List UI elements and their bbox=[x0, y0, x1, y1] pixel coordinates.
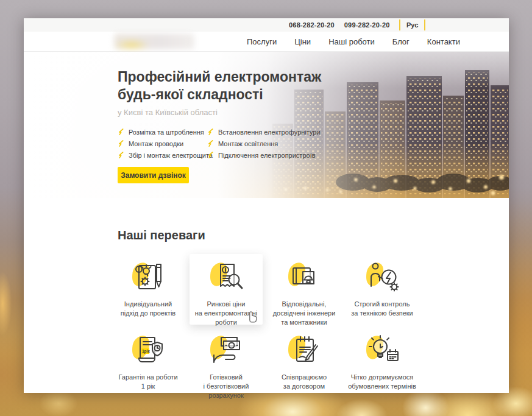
deadline-icon bbox=[366, 336, 398, 361]
advantage-card-5[interactable]: 1рік Гарантія на роботи 1 рік bbox=[112, 327, 185, 398]
advantage-caption: Співпрацюємо за договором bbox=[268, 373, 341, 391]
price-icon bbox=[210, 263, 242, 288]
lightning-bolt-icon bbox=[118, 129, 124, 135]
feature-item: Встановлення електрофурнітури bbox=[207, 126, 321, 138]
feature-item: Монтаж проводки bbox=[118, 138, 207, 149]
feature-list: Розмітка та штроблення Монтаж проводки З… bbox=[118, 126, 410, 161]
icon-badge-text: 1рік bbox=[142, 349, 149, 353]
advantages-title: Наші переваги bbox=[118, 228, 205, 242]
advantage-icon bbox=[207, 330, 246, 369]
advantage-caption: Чітко дотримуємося обумовлених термінів bbox=[346, 373, 419, 391]
team-icon bbox=[288, 263, 314, 286]
hero-title: Професійний електромонтаж будь-якої скла… bbox=[118, 68, 410, 104]
advantage-caption: Гарантія на роботи 1 рік bbox=[112, 373, 185, 391]
advantage-icon bbox=[207, 257, 246, 296]
advantage-card-8[interactable]: Чітко дотримуємося обумовлених термінів bbox=[346, 327, 419, 398]
advantage-icon: 1рік bbox=[129, 330, 168, 369]
advantage-icon bbox=[285, 330, 324, 369]
nav-item-4[interactable]: Блог bbox=[392, 37, 410, 46]
safety-icon bbox=[366, 263, 399, 291]
advantage-card-4[interactable]: Строгий контроль за технікою безпеки bbox=[346, 254, 419, 325]
feature-item: Збір і монтаж електрощита bbox=[118, 149, 207, 161]
lightning-bolt-icon bbox=[207, 152, 214, 158]
lightning-bolt-icon bbox=[118, 140, 124, 147]
advantages-grid: Індивідуальний підхід до проектів Ринков… bbox=[112, 254, 419, 398]
project-icon bbox=[132, 263, 161, 289]
lightning-bolt-icon bbox=[207, 140, 214, 147]
phone-link[interactable]: 099-282-20-20 bbox=[344, 21, 390, 29]
feature-item: Розмітка та штроблення bbox=[118, 126, 207, 138]
hero-title-line1: Професійний електромонтаж bbox=[118, 69, 321, 85]
advantage-caption: Строгий контроль за технікою безпеки bbox=[346, 300, 419, 318]
language-switcher[interactable]: Рус bbox=[399, 19, 425, 30]
advantage-card-2[interactable]: Ринкові ціни на електромонтажні роботи bbox=[190, 254, 263, 325]
advantages-section: Наші переваги Індивідуальний підхід до п… bbox=[24, 198, 509, 393]
nav-item-3[interactable]: Наші роботи bbox=[328, 37, 375, 46]
nav-item-2[interactable]: Ціни bbox=[294, 37, 311, 46]
advantage-card-1[interactable]: Індивідуальний підхід до проектів bbox=[112, 254, 185, 325]
topbar: 068-282-20-20099-282-20-20 Рус bbox=[24, 18, 509, 32]
hero-title-line2: будь-якої складності bbox=[118, 86, 263, 102]
advantage-caption: Індивідуальний підхід до проектів bbox=[112, 300, 185, 318]
advantage-icon bbox=[363, 330, 402, 369]
nav-item-5[interactable]: Контакти bbox=[427, 37, 460, 46]
hero-subtitle: у Києві та Київській області bbox=[118, 108, 410, 117]
advantage-icon bbox=[129, 257, 168, 296]
payment-icon bbox=[210, 336, 239, 362]
nav-item-1[interactable]: Послуги bbox=[247, 37, 277, 46]
advantage-icon bbox=[363, 257, 402, 296]
lightning-bolt-icon bbox=[207, 129, 214, 135]
contract-icon bbox=[288, 336, 317, 361]
logo[interactable] bbox=[114, 33, 194, 49]
hand-cursor-icon bbox=[246, 309, 259, 323]
feature-item: Монтаж освітлення bbox=[207, 138, 321, 149]
advantage-caption: Готівковий і безготівковий розрахунок bbox=[190, 373, 263, 400]
advantage-icon bbox=[285, 257, 324, 296]
feature-column-2: Встановлення електрофурнітури Монтаж осв… bbox=[207, 126, 321, 161]
phone-link[interactable]: 068-282-20-20 bbox=[289, 21, 335, 29]
feature-item: Підключення електропристроїв bbox=[207, 149, 321, 161]
site-header: ПослугиЦіниНаші роботиБлогКонтакти bbox=[24, 32, 509, 52]
hero-section: Професійний електромонтаж будь-якої скла… bbox=[24, 52, 509, 198]
feature-column-1: Розмітка та штроблення Монтаж проводки З… bbox=[118, 126, 207, 161]
nav-menu: ПослугиЦіниНаші роботиБлогКонтакти bbox=[247, 32, 460, 52]
order-call-button[interactable]: Замовити дзвінок bbox=[118, 167, 189, 183]
phone-numbers: 068-282-20-20099-282-20-20 bbox=[289, 18, 390, 32]
advantage-card-6[interactable]: Готівковий і безготівковий розрахунок bbox=[190, 327, 263, 398]
advantage-caption: Відповідальні, досвідчені інженери та мо… bbox=[268, 300, 341, 327]
hero-content: Професійний електромонтаж будь-якої скла… bbox=[118, 68, 410, 183]
site-page: 068-282-20-20099-282-20-20 Рус ПослугиЦі… bbox=[24, 18, 509, 393]
advantage-card-7[interactable]: Співпрацюємо за договором bbox=[268, 327, 341, 398]
advantage-card-3[interactable]: Відповідальні, досвідчені інженери та мо… bbox=[268, 254, 341, 325]
lightning-bolt-icon bbox=[118, 152, 124, 158]
